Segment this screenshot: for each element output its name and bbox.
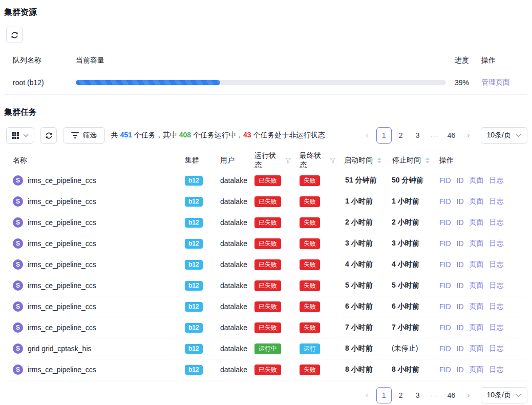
- id-link[interactable]: ID: [457, 281, 464, 290]
- page-button-1[interactable]: 1: [376, 127, 392, 144]
- id-link[interactable]: ID: [457, 239, 464, 248]
- column-settings-button[interactable]: [6, 127, 34, 144]
- fid-link[interactable]: FID: [439, 366, 451, 374]
- stop-time: (未停止): [384, 344, 431, 353]
- page-button-last[interactable]: 46: [444, 127, 459, 144]
- cluster-badge: b12: [185, 197, 203, 207]
- id-link[interactable]: ID: [457, 176, 464, 185]
- cluster-badge: b12: [185, 302, 203, 312]
- cluster-resources-title: 集群资源: [4, 7, 532, 18]
- prev-page-button[interactable]: ‹: [359, 127, 375, 144]
- log-link[interactable]: 日志: [490, 323, 504, 332]
- sorter-icon[interactable]: [377, 157, 381, 164]
- id-link[interactable]: ID: [457, 218, 464, 227]
- cluster-tasks-title: 集群任务: [4, 107, 532, 118]
- col-run-status: 运行状态: [246, 151, 291, 170]
- fid-link[interactable]: FID: [439, 239, 451, 248]
- refresh-tasks-button[interactable]: [40, 127, 57, 144]
- sorter-icon[interactable]: [425, 157, 430, 164]
- user-name: datalake: [212, 302, 246, 311]
- log-link[interactable]: 日志: [490, 302, 504, 311]
- col-user-label: 用户: [220, 156, 235, 165]
- filter-funnel-icon[interactable]: [285, 157, 291, 164]
- page-button-3[interactable]: 3: [410, 127, 425, 144]
- log-link[interactable]: 日志: [490, 365, 504, 374]
- fid-link[interactable]: FID: [439, 345, 451, 353]
- start-time: 8 小时前: [336, 344, 384, 353]
- id-link[interactable]: ID: [457, 366, 464, 374]
- col-start-time[interactable]: 启动时间: [336, 156, 384, 165]
- summary-text: 个任务，其中: [132, 131, 179, 139]
- page-link[interactable]: 页面: [470, 281, 484, 290]
- page-button-last[interactable]: 46: [444, 387, 459, 403]
- refresh-button[interactable]: [6, 27, 23, 43]
- avatar: S: [13, 280, 23, 291]
- col-run-status-label: 运行状态: [254, 151, 281, 170]
- page-ellipsis[interactable]: ···: [427, 127, 442, 144]
- page-button-2[interactable]: 2: [393, 387, 409, 403]
- task-name: irms_ce_pipeline_ccs: [28, 197, 96, 206]
- page-link[interactable]: 页面: [470, 365, 484, 374]
- next-page-button[interactable]: ›: [461, 387, 476, 403]
- total-count: 451: [120, 131, 132, 139]
- page-ellipsis[interactable]: ···: [427, 387, 442, 403]
- page-link[interactable]: 页面: [470, 344, 484, 353]
- task-name: irms_ce_pipeline_ccs: [28, 218, 96, 227]
- log-link[interactable]: 日志: [490, 344, 504, 353]
- log-link[interactable]: 日志: [490, 260, 504, 269]
- col-final-status-label: 最终状态: [300, 151, 325, 170]
- filter-funnel-icon[interactable]: [330, 157, 336, 164]
- page-link[interactable]: 页面: [470, 302, 484, 311]
- queue-table: 队列名称 当前容量 进度 操作 root (b12) 39% 管理页面: [5, 50, 527, 95]
- page-link[interactable]: 页面: [470, 239, 484, 248]
- prev-page-button[interactable]: ‹: [359, 387, 375, 403]
- run-status-badge: 运行中: [254, 343, 281, 354]
- capacity-progress-bar: [76, 80, 446, 85]
- id-link[interactable]: ID: [457, 323, 464, 332]
- page-link[interactable]: 页面: [470, 197, 484, 206]
- manage-page-link[interactable]: 管理页面: [481, 78, 510, 86]
- run-status-badge: 已失败: [254, 301, 281, 312]
- log-link[interactable]: 日志: [490, 218, 504, 227]
- page-link[interactable]: 页面: [470, 323, 484, 332]
- page-size-select[interactable]: 10条/页: [481, 387, 527, 403]
- fid-link[interactable]: FID: [439, 260, 451, 269]
- stop-time: 1 小时前: [384, 197, 431, 206]
- queue-table-header: 队列名称 当前容量 进度 操作: [5, 50, 527, 71]
- fid-link[interactable]: FID: [439, 323, 451, 332]
- page-button-1[interactable]: 1: [376, 387, 392, 403]
- log-link[interactable]: 日志: [490, 239, 504, 248]
- next-page-button[interactable]: ›: [461, 127, 476, 144]
- not-running-count: 43: [243, 131, 251, 139]
- fid-link[interactable]: FID: [439, 281, 451, 290]
- page-link[interactable]: 页面: [470, 218, 484, 227]
- page-link[interactable]: 页面: [470, 260, 484, 269]
- summary-text: 个任务运行中，: [191, 131, 243, 139]
- avatar: S: [13, 175, 23, 186]
- user-name: datalake: [212, 239, 246, 248]
- filter-button-label: 筛选: [83, 131, 97, 140]
- id-link[interactable]: ID: [457, 302, 464, 311]
- filter-button[interactable]: 筛选: [63, 127, 105, 144]
- id-link[interactable]: ID: [457, 260, 464, 269]
- log-link[interactable]: 日志: [490, 197, 504, 206]
- final-status-badge: 失败: [300, 196, 320, 207]
- log-link[interactable]: 日志: [490, 281, 504, 290]
- page-size-select[interactable]: 10条/页: [481, 127, 527, 144]
- page-button-2[interactable]: 2: [393, 127, 409, 144]
- page-button-3[interactable]: 3: [410, 387, 425, 403]
- page-link[interactable]: 页面: [470, 176, 484, 185]
- stop-time: 3 小时前: [384, 239, 431, 248]
- fid-link[interactable]: FID: [439, 197, 451, 206]
- log-link[interactable]: 日志: [490, 176, 504, 185]
- id-link[interactable]: ID: [457, 345, 464, 353]
- avatar: S: [13, 364, 23, 375]
- fid-link[interactable]: FID: [439, 176, 451, 185]
- table-row: S irms_ce_pipeline_ccs b12 datalake 已失败 …: [5, 275, 527, 296]
- user-name: datalake: [212, 345, 246, 353]
- col-stop-time[interactable]: 停止时间: [384, 156, 431, 165]
- stop-time: 6 小时前: [384, 302, 431, 311]
- fid-link[interactable]: FID: [439, 218, 451, 227]
- id-link[interactable]: ID: [457, 197, 464, 206]
- fid-link[interactable]: FID: [439, 302, 451, 311]
